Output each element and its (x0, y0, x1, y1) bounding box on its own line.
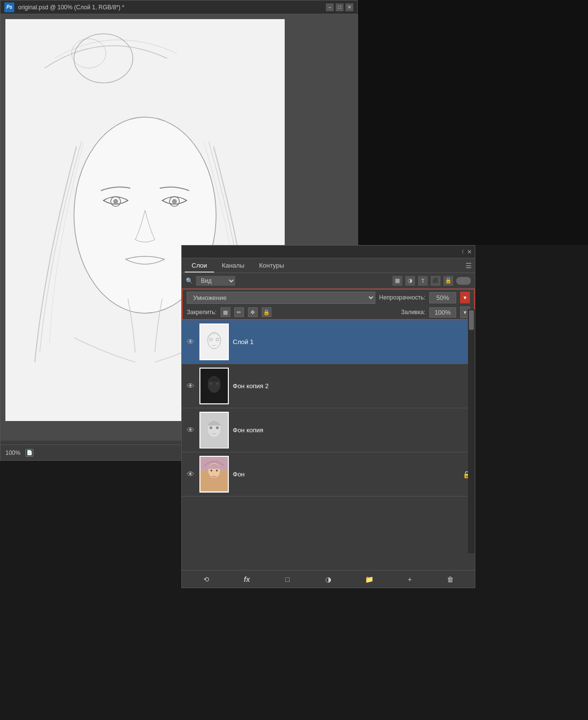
layer-row-fon-kopiya[interactable]: 👁 Фон копия (182, 408, 475, 452)
layer-visibility-fon[interactable]: 👁 (186, 470, 196, 479)
layer-visibility-sloy1[interactable]: 👁 (186, 338, 196, 347)
svg-point-14 (210, 382, 213, 385)
svg-point-15 (216, 382, 219, 385)
adjustment-button[interactable]: ◑ (322, 573, 334, 585)
lock-row: Закрепить: ▦ ✏ ✥ 🔒 Заливка: 100% ▼ (182, 305, 475, 320)
close-button[interactable]: ✕ (345, 3, 353, 11)
fill-value[interactable]: 100% (429, 307, 456, 318)
filter-icons: ▦ ◑ T ⬛ 🔒 (392, 276, 471, 286)
panel-tabs: Слои Каналы Контуры ☰ (182, 258, 475, 273)
filter-shape-button[interactable]: ⬛ (431, 276, 441, 286)
svg-point-5 (113, 199, 118, 204)
layer-thumb-fon-kopiya (199, 412, 229, 448)
status-icon-glyph: 📄 (26, 450, 32, 455)
layers-list: 👁 Слой 1 👁 (182, 320, 475, 559)
status-icon: 📄 (25, 449, 33, 457)
layer-thumb-sloy1 (199, 323, 229, 360)
panel-close-button[interactable]: ✕ (467, 248, 472, 255)
minimize-button[interactable]: – (326, 3, 334, 11)
blend-mode-row: Умножение Непрозрачность: 50% ▼ (182, 289, 475, 305)
window-controls: – □ ✕ (326, 3, 353, 11)
layer-name-fon: Фон (233, 471, 459, 478)
fill-label: Заливка: (401, 309, 425, 316)
tab-paths[interactable]: Контуры (252, 259, 291, 273)
filter-type-button[interactable]: T (418, 276, 428, 286)
svg-point-24 (216, 470, 218, 472)
layer-visibility-fon-kopiya2[interactable]: 👁 (186, 382, 196, 391)
lock-brush-button[interactable]: ✏ (234, 307, 244, 317)
layers-bottom-toolbar: ⟲ fx □ ◑ 📁 + 🗑 (182, 570, 475, 588)
filter-select[interactable]: Вид (196, 276, 235, 286)
lock-all-button[interactable]: 🔒 (262, 307, 271, 317)
filter-smart-button[interactable]: 🔒 (443, 276, 453, 286)
panel-menu-button[interactable]: ☰ (466, 262, 472, 270)
layer-row-sloy1[interactable]: 👁 Слой 1 (182, 320, 475, 364)
thumb-svg-fon-kopiya2 (200, 369, 228, 403)
fx-button[interactable]: fx (241, 573, 253, 585)
titlebar: Ps original.psd @ 100% (Слой 1, RGB/8*) … (0, 0, 357, 14)
blend-mode-select[interactable]: Умножение (187, 292, 375, 304)
layer-name-fon-kopiya: Фон копия (233, 426, 471, 434)
svg-point-23 (211, 470, 213, 472)
opacity-label: Непрозрачность: (379, 294, 425, 301)
layers-panel: 《 ✕ Слои Каналы Контуры ☰ 🔍 Вид ▦ ◑ T ⬛ … (181, 245, 475, 588)
filter-adjust-button[interactable]: ◑ (405, 276, 415, 286)
lock-label: Закрепить: (187, 309, 217, 316)
opacity-arrow-button[interactable]: ▼ (460, 292, 470, 303)
lock-pixel-button[interactable]: ▦ (220, 307, 230, 317)
tab-paths-label: Контуры (259, 262, 284, 269)
svg-point-18 (210, 426, 213, 429)
layer-name-fon-kopiya2: Фон копия 2 (233, 382, 471, 390)
thumb-svg-sloy1 (200, 324, 228, 359)
layers-scrollbar[interactable] (468, 309, 475, 553)
filter-row: 🔍 Вид ▦ ◑ T ⬛ 🔒 (182, 273, 475, 289)
svg-rect-8 (200, 324, 228, 359)
thumb-svg-fon-kopiya (200, 413, 228, 447)
ps-logo-text: Ps (6, 4, 12, 10)
thumb-svg-fon (200, 457, 228, 491)
opacity-value[interactable]: 50% (429, 292, 456, 303)
window-title: original.psd @ 100% (Слой 1, RGB/8*) * (18, 4, 322, 11)
filter-pixel-button[interactable]: ▦ (392, 276, 402, 286)
maximize-button[interactable]: □ (336, 3, 343, 11)
tab-channels[interactable]: Каналы (215, 259, 251, 273)
layer-row-fon[interactable]: 👁 Фон 🔒 (182, 452, 475, 497)
tab-channels-label: Каналы (222, 262, 245, 269)
panel-collapse-button[interactable]: 《 (459, 248, 464, 255)
svg-point-7 (172, 199, 177, 204)
new-layer-button[interactable]: + (404, 573, 416, 585)
ps-logo: Ps (4, 2, 14, 12)
tab-layers[interactable]: Слои (185, 259, 214, 273)
layer-thumb-fon-kopiya2 (199, 368, 229, 404)
delete-layer-button[interactable]: 🗑 (444, 573, 456, 585)
tab-layers-label: Слои (192, 262, 207, 269)
search-icon: 🔍 (186, 277, 193, 284)
layer-row-fon-kopiya2[interactable]: 👁 Фон копия 2 (182, 364, 475, 408)
svg-point-19 (216, 426, 219, 429)
top-right-panel (358, 0, 588, 245)
layer-visibility-fon-kopiya[interactable]: 👁 (186, 426, 196, 435)
layer-thumb-fon (199, 456, 229, 493)
mask-button[interactable]: □ (282, 573, 294, 585)
layer-name-sloy1: Слой 1 (233, 338, 471, 346)
zoom-level: 100% (5, 449, 21, 456)
scrollbar-thumb (469, 310, 474, 330)
panel-header: 《 ✕ (182, 246, 475, 258)
link-button[interactable]: ⟲ (200, 573, 212, 585)
group-button[interactable]: 📁 (363, 573, 375, 585)
filter-toggle[interactable] (456, 277, 471, 285)
lock-position-button[interactable]: ✥ (248, 307, 258, 317)
